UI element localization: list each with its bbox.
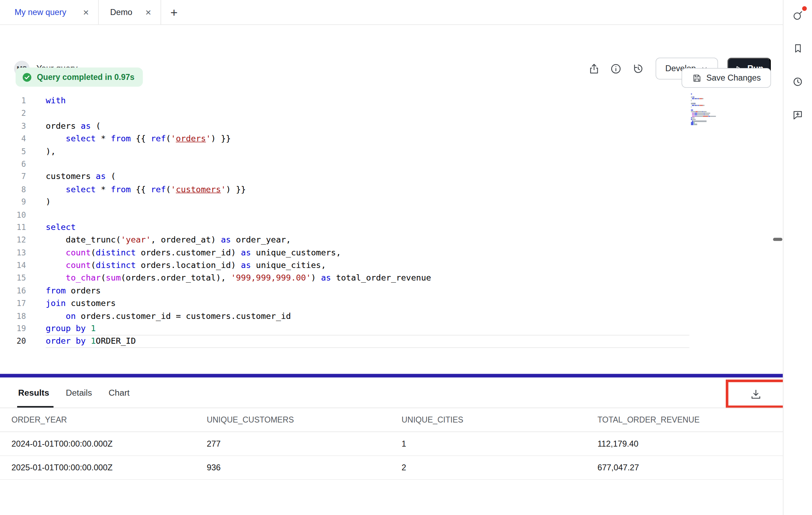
code-text: ), <box>46 145 56 158</box>
table-cell: 936 <box>207 463 401 472</box>
line-number: 13 <box>0 246 26 259</box>
table-cell: 2024-01-01T00:00:00.000Z <box>12 439 207 448</box>
code-line[interactable]: 12 date_trunc('year', ordered_at) as ord… <box>0 234 783 246</box>
table-cell: 2025-01-01T00:00:00.000Z <box>12 463 207 472</box>
minimap-line <box>691 118 724 119</box>
code-line[interactable]: 6 <box>0 158 783 170</box>
table-row: 2024-01-01T00:00:00.000Z2771112,179.40 <box>0 432 783 456</box>
code-line[interactable]: 8 select * from {{ ref('customers') }} <box>0 183 783 196</box>
table-row: 2025-01-01T00:00:00.000Z9362677,047.27 <box>0 456 783 480</box>
save-label: Save Changes <box>706 73 761 83</box>
results-tab-strip: ResultsDetailsChart <box>0 378 783 408</box>
results-tab-details[interactable]: Details <box>66 378 92 408</box>
code-text: join customers <box>46 297 116 310</box>
line-number: 19 <box>0 322 26 335</box>
code-text: count(distinct orders.customer_id) as un… <box>46 246 341 259</box>
minimap-line <box>691 111 724 112</box>
tab-label: Demo <box>110 8 132 17</box>
history-rail-button[interactable] <box>788 72 807 91</box>
code-lines: 1with23orders as (4 select * from {{ ref… <box>0 95 783 348</box>
line-number: 1 <box>0 95 26 107</box>
code-line[interactable]: 17join customers <box>0 297 783 310</box>
minimap[interactable] <box>691 94 724 126</box>
line-number: 6 <box>0 158 26 170</box>
code-line[interactable]: 18 on orders.customer_id = customers.cus… <box>0 310 783 322</box>
save-changes-button[interactable]: Save Changes <box>681 68 771 88</box>
minimap-line <box>691 108 724 109</box>
column-header: UNIQUE_CITIES <box>401 415 597 425</box>
annotation-highlight <box>726 380 786 408</box>
code-line[interactable]: 4 select * from {{ ref('orders') }} <box>0 133 783 145</box>
minimap-line <box>691 116 724 117</box>
line-number: 4 <box>0 133 26 145</box>
code-line[interactable]: 9) <box>0 196 783 208</box>
table-body: 2024-01-01T00:00:00.000Z2771112,179.4020… <box>0 432 783 480</box>
query-header: MS Your query Develop <box>0 25 783 62</box>
code-editor[interactable]: 1with23orders as (4 select * from {{ ref… <box>0 95 783 374</box>
code-text: date_trunc('year', ordered_at) as order_… <box>46 234 291 246</box>
notification-dot <box>802 6 806 11</box>
code-line[interactable]: 15 to_char(sum(orders.order_total), '999… <box>0 272 783 284</box>
line-number: 7 <box>0 171 26 183</box>
code-text: with <box>46 95 66 107</box>
code-line[interactable]: 5), <box>0 145 783 158</box>
minimap-line <box>691 122 724 123</box>
code-line[interactable]: 3orders as ( <box>0 120 783 132</box>
code-text: group by 1 <box>46 322 96 335</box>
minimap-line <box>691 110 724 111</box>
status-row: Query completed in 0.97s Save Changes <box>0 62 783 94</box>
code-line[interactable]: 1with <box>0 95 783 107</box>
line-number: 12 <box>0 234 26 246</box>
table-cell: 277 <box>207 439 401 448</box>
line-number: 5 <box>0 145 26 158</box>
minimap-line <box>691 106 724 107</box>
code-line[interactable]: 19group by 1 <box>0 322 783 335</box>
minimap-line <box>691 100 724 101</box>
bookmark-icon <box>792 43 804 54</box>
code-text: select * from {{ ref('customers') }} <box>46 183 246 196</box>
code-text: ) <box>46 196 51 208</box>
table-cell: 2 <box>401 463 597 472</box>
code-line[interactable]: 7customers as ( <box>0 171 783 183</box>
new-tab-button[interactable]: + <box>165 3 183 21</box>
code-text: on orders.customer_id = customers.custom… <box>46 310 291 322</box>
panel-resize-handle[interactable] <box>0 374 783 377</box>
results-tab-results[interactable]: Results <box>18 378 49 408</box>
download-results-button[interactable] <box>746 384 767 404</box>
feedback-button[interactable] <box>788 105 807 124</box>
code-text: select <box>46 221 76 234</box>
tab-close-icon[interactable]: × <box>138 7 151 17</box>
code-text: order by 1ORDER_ID <box>46 335 136 348</box>
results-table: ORDER_YEARUNIQUE_CUSTOMERSUNIQUE_CITIEST… <box>0 408 783 480</box>
tab-close-icon[interactable]: × <box>76 7 89 17</box>
minimap-line <box>691 124 724 125</box>
status-badge: Query completed in 0.97s <box>16 67 143 87</box>
ide-window: My new query×Demo× + MS Your query Devel… <box>0 0 812 515</box>
code-line[interactable]: 20order by 1ORDER_ID <box>0 335 783 348</box>
minimap-line <box>691 113 724 114</box>
tab-strip: My new query×Demo× <box>0 0 161 24</box>
editor-tab[interactable]: My new query× <box>0 0 99 24</box>
code-text: to_char(sum(orders.order_total), '999,99… <box>46 272 431 284</box>
line-number: 17 <box>0 297 26 310</box>
code-line[interactable]: 11select <box>0 221 783 234</box>
code-line[interactable]: 16from orders <box>0 284 783 297</box>
line-number: 11 <box>0 221 26 234</box>
explore-icon <box>792 9 804 21</box>
results-tab-chart[interactable]: Chart <box>109 378 130 408</box>
code-line[interactable]: 13 count(distinct orders.customer_id) as… <box>0 246 783 259</box>
explore-button[interactable] <box>788 6 807 24</box>
clock-icon <box>792 76 804 88</box>
code-line[interactable]: 10 <box>0 209 783 221</box>
column-header: ORDER_YEAR <box>12 415 207 425</box>
code-line[interactable]: 14 count(distinct orders.location_id) as… <box>0 259 783 272</box>
line-number: 14 <box>0 259 26 272</box>
editor-tab[interactable]: Demo× <box>99 0 161 24</box>
code-line[interactable]: 2 <box>0 107 783 120</box>
bookmark-button[interactable] <box>788 39 807 58</box>
code-text: customers as ( <box>46 171 116 183</box>
minimap-line <box>691 97 724 98</box>
line-number: 10 <box>0 209 26 221</box>
scrollbar-thumb[interactable] <box>773 238 782 241</box>
column-header: TOTAL_ORDER_REVENUE <box>597 415 783 425</box>
